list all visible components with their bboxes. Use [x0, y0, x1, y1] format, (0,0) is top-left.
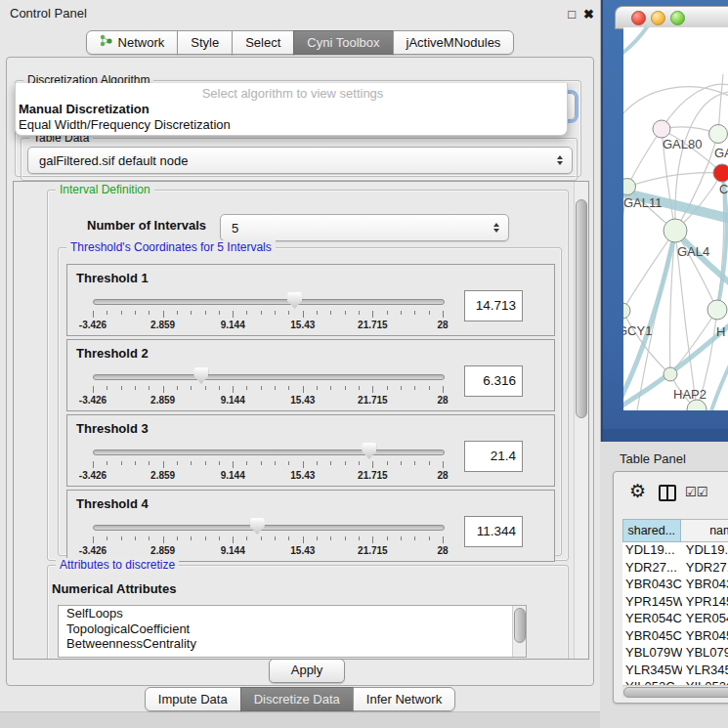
threshold-slider-thumb[interactable]	[287, 292, 302, 309]
tab-impute-data[interactable]: Impute Data	[145, 687, 241, 711]
threshold-slider-track[interactable]	[93, 450, 445, 455]
cell-shared-name[interactable]: YLR345W	[622, 663, 682, 680]
table-row[interactable]: YLR345WYLR345W	[622, 663, 728, 680]
tab-select[interactable]: Select	[232, 30, 294, 55]
float-window-icon[interactable]: □	[568, 7, 576, 21]
close-traffic-light-icon[interactable]	[631, 11, 646, 25]
split-columns-icon[interactable]	[659, 485, 676, 501]
threshold-slider-thumb[interactable]	[250, 518, 265, 535]
cell-shared-name[interactable]: YBL079W	[622, 645, 682, 663]
tab-discretize-data[interactable]: Discretize Data	[240, 687, 354, 711]
attribute-list-item[interactable]: SelfLoops	[59, 606, 526, 621]
network-canvas[interactable]: GAL80GACGAL11GAL4GCY1HHAP2	[623, 27, 728, 410]
network-edge-weighted[interactable]	[711, 356, 728, 410]
network-node-c[interactable]	[713, 164, 728, 182]
settings-vertical-scrollbar[interactable]	[574, 182, 588, 659]
cell-name[interactable]: YBR045C	[682, 628, 728, 646]
threshold-ticks	[93, 536, 444, 543]
cell-shared-name[interactable]: YER054C	[622, 611, 682, 628]
network-edge[interactable]	[627, 173, 722, 187]
table-row[interactable]: YBL079WYBL079W	[622, 645, 728, 663]
cell-name[interactable]: YPR145W	[682, 594, 728, 612]
network-node-ga[interactable]	[709, 125, 728, 144]
dropdown-item-manual-discretization[interactable]: Manual Discretization	[16, 102, 567, 117]
tick-label: 21.715	[358, 395, 388, 406]
table-row[interactable]: YDL19...YDL19...	[622, 542, 728, 560]
network-node-gcy1[interactable]	[623, 303, 630, 319]
control-panel-tabs: NetworkStyleSelectCyni ToolboxjActiveMNo…	[0, 30, 600, 55]
scrollbar-thumb[interactable]	[514, 608, 526, 643]
cell-name[interactable]: YBL079W	[682, 645, 728, 663]
gear-icon[interactable]: ⚙	[629, 482, 646, 500]
tick-label: 2.859	[150, 545, 175, 556]
number-of-intervals-combobox[interactable]: 5	[220, 214, 509, 241]
cell-name[interactable]: YDL19...	[682, 542, 728, 560]
cell-name[interactable]: YDR27...	[682, 560, 728, 578]
tab-cyni-toolbox[interactable]: Cyni Toolbox	[293, 30, 393, 55]
table-row[interactable]: YBR045CYBR045C	[622, 628, 728, 646]
number-of-intervals-label: Number of Intervals	[87, 218, 206, 233]
threshold-label: Threshold 1	[76, 271, 149, 285]
network-view-window[interactable]: GAL80GACGAL11GAL4GCY1HHAP2	[601, 0, 728, 442]
cell-shared-name[interactable]: YDL19...	[622, 542, 682, 560]
column-header-name[interactable]: name	[681, 519, 728, 542]
table-row[interactable]: YER054CYER054C	[622, 611, 728, 628]
network-icon	[100, 34, 112, 51]
network-node-hap2[interactable]	[664, 367, 677, 381]
threshold-value-field[interactable]: 21.4	[464, 441, 523, 472]
threshold-slider-track[interactable]	[93, 525, 445, 531]
scrollbar-thumb[interactable]	[623, 687, 728, 698]
numerical-attributes-list[interactable]: SelfLoopsTopologicalCoefficientBetweenne…	[58, 605, 527, 658]
close-icon[interactable]: ✖	[583, 7, 594, 21]
cell-shared-name[interactable]: YDR27...	[622, 560, 682, 578]
dropdown-hint-item[interactable]: Select algorithm to view settings	[16, 83, 567, 102]
table-row[interactable]: YDR27...YDR27...	[622, 560, 728, 578]
threshold-slider-thumb[interactable]	[362, 443, 376, 459]
table-row[interactable]: YBR043CYBR043C	[622, 577, 728, 594]
threshold-slider-track[interactable]	[93, 299, 445, 305]
apply-button[interactable]: Apply	[269, 659, 345, 683]
tab-infer-network[interactable]: Infer Network	[353, 687, 455, 711]
table-horizontal-scrollbar[interactable]	[622, 685, 728, 698]
tab-jactivemnodules[interactable]: jActiveMNodules	[393, 30, 515, 55]
scrollbar-thumb[interactable]	[576, 199, 587, 418]
table-row[interactable]: YPR145WYPR145W	[622, 594, 728, 612]
network-window-titlebar[interactable]	[615, 6, 728, 29]
tab-network[interactable]: Network	[86, 30, 179, 55]
threshold-value-field[interactable]: 14.713	[464, 290, 523, 321]
network-node-gal4[interactable]	[664, 219, 687, 242]
network-node-gal11[interactable]	[623, 179, 636, 195]
minimize-traffic-light-icon[interactable]	[651, 11, 665, 25]
cell-name[interactable]: YLR345W	[682, 663, 728, 680]
attribute-list-item[interactable]: BetweennessCentrality	[59, 636, 526, 652]
tick-label: -3.426	[79, 545, 107, 556]
tick-label: 21.715	[358, 545, 388, 556]
network-edge[interactable]	[623, 87, 728, 120]
control-panel-titlebar[interactable]: Control Panel □ ✖	[0, 0, 600, 27]
network-node-gal80[interactable]	[653, 120, 670, 138]
network-node-h[interactable]	[707, 300, 727, 320]
dropdown-item-equal-width-frequency[interactable]: Equal Width/Frequency Discretization	[16, 117, 567, 133]
cell-shared-name[interactable]: YPR145W	[622, 594, 682, 612]
threshold-slider-thumb[interactable]	[193, 367, 208, 384]
cell-shared-name[interactable]: YBR043C	[622, 577, 682, 594]
table-data-combobox[interactable]: galFiltered.sif default node	[27, 147, 573, 174]
attributes-group: Attributes to discretize Numerical Attri…	[47, 565, 569, 660]
network-edge-weighted[interactable]	[623, 27, 651, 57]
threshold-label: Threshold 3	[76, 421, 149, 436]
threshold-value-field[interactable]: 11.344	[464, 516, 523, 547]
cell-shared-name[interactable]: YBR045C	[622, 628, 682, 646]
threshold-slider-track[interactable]	[93, 374, 445, 380]
cell-name[interactable]: YER054C	[682, 611, 728, 628]
checkbox-icons[interactable]: ☑☑	[685, 485, 707, 499]
tick-label: 2.859	[150, 320, 175, 330]
network-edge[interactable]	[623, 311, 670, 374]
zoom-traffic-light-icon[interactable]	[670, 11, 685, 25]
tab-style[interactable]: Style	[177, 30, 233, 55]
attributes-list-scrollbar[interactable]	[512, 606, 526, 657]
attribute-list-item[interactable]: TopologicalCoefficient	[59, 621, 526, 637]
cell-name[interactable]: YBR043C	[682, 577, 728, 594]
threshold-value-field[interactable]: 6.316	[464, 365, 523, 397]
column-header-shared-name[interactable]: shared...	[622, 519, 681, 542]
node-attribute-table[interactable]: shared... name YDL19...YDL19...YDR27...Y…	[622, 519, 728, 685]
